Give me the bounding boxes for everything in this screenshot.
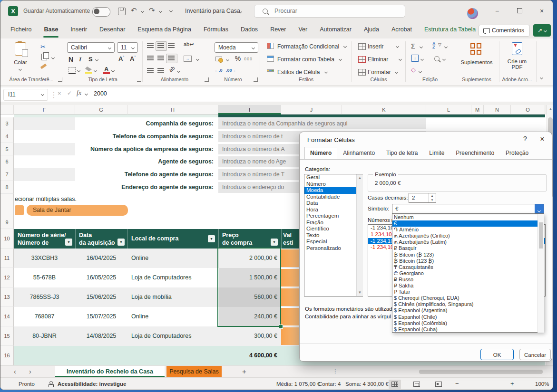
search-box[interactable] [254,5,405,18]
status-average[interactable]: Média: 1 075,00 € [276,381,320,387]
col-header-G[interactable]: G [75,105,127,115]
comma-style-button[interactable]: 000 [244,57,253,61]
number-dialog-launcher-icon[interactable] [254,77,258,82]
symbol-option[interactable]: ₼ Azerbaijanês (Cirílico) [392,233,544,239]
font-size-combo[interactable]: 11 [117,42,138,53]
category-item[interactable]: Personalizado [304,245,362,252]
status-count[interactable]: Contar: 4 [318,381,341,387]
category-item[interactable]: Percentagem [304,213,362,220]
normal-view-button[interactable] [389,380,401,389]
dropdown-scrollbar[interactable] [537,214,544,333]
name-box[interactable]: I11 [3,89,48,101]
ribbon-tab[interactable]: Base [38,22,64,38]
col-header-K[interactable]: K [342,105,426,115]
symbol-option[interactable]: ₽ Basquir [392,245,544,251]
excel-app-icon[interactable]: X [8,6,18,16]
category-item[interactable]: Fração [304,220,362,226]
dropdown-scroll-thumb[interactable] [539,222,543,249]
paste-button[interactable]: Colar [11,59,30,65]
sheet-tab-rooms[interactable]: Pesquisa de Salas [166,366,222,377]
collapse-ribbon-chevron-icon[interactable] [540,76,543,79]
underline-chevron-icon[interactable] [95,58,98,61]
cell-styles-button[interactable]: Estilos de Célula [277,69,320,76]
font-color-chevron-icon[interactable] [111,69,115,72]
symbol-option[interactable]: ₼ Azerbaijanês (Latim) [392,239,544,245]
zoom-out-button[interactable]: − [455,380,459,387]
col-header-O[interactable]: O [511,105,545,115]
autosum-chevron-icon[interactable] [420,45,423,48]
serial-cell[interactable]: 768087 [14,307,75,326]
maximize-button[interactable] [512,4,527,18]
user-avatar[interactable] [467,8,478,19]
serial-cell[interactable]: 7865SS-J3 [14,287,75,307]
symbol-dropdown-button[interactable] [535,204,544,213]
save-icon[interactable] [118,8,126,15]
row-header-9[interactable]: 9 [0,194,14,229]
bold-button[interactable]: N [68,56,73,63]
symbol-option[interactable]: ₿ Bitcoin (₿ 123) [392,252,544,258]
symbol-option[interactable]: $ Espanhol (Cuba) [392,326,544,333]
paste-chevron-icon[interactable] [19,67,22,71]
conditional-formatting-chevron-icon[interactable] [343,45,347,48]
category-item[interactable]: Data [304,200,362,207]
wrap-text-icon[interactable]: ab↩ [184,41,194,48]
horizontal-scroll-thumb[interactable] [419,370,543,374]
row-header-14[interactable]: 14 [0,307,14,326]
col-header-J[interactable]: J [281,105,342,115]
cell-styles-chevron-icon[interactable] [324,70,328,74]
format-painter-icon[interactable] [40,64,47,69]
filter-button-date[interactable]: ▼ [117,239,125,246]
create-pdf-button[interactable]: Crie um PDF [503,58,531,70]
minimize-button[interactable]: − [489,4,505,18]
scroll-up-icon[interactable]: ▲ [357,176,363,180]
symbol-option[interactable]: ₸ Cazaquistanês [392,264,544,270]
increase-font-button[interactable]: Aˆ [118,55,124,62]
dialog-close-icon[interactable]: × [537,135,548,143]
orientation-icon[interactable]: ab [168,65,176,73]
category-item[interactable]: Número [304,181,362,188]
selection-border[interactable] [217,248,281,327]
copy-chevron-icon[interactable] [51,56,55,59]
symbol-option[interactable]: $ Espanhol (Colômbia) [392,320,544,326]
select-all-corner[interactable] [0,105,14,115]
accessibility-status[interactable]: Acessibilidade: investigue [58,381,126,387]
dialog-tab[interactable]: Proteção [500,147,534,159]
close-button[interactable]: × [534,4,549,18]
zoom-in-button[interactable]: + [510,380,514,387]
row-header-3[interactable]: 3 [0,117,14,130]
serial-cell[interactable]: 33XCBH3 [14,249,75,268]
clipboard-dialog-launcher-icon[interactable] [58,77,62,82]
date-cell[interactable]: 14/08/2025 [75,326,127,346]
italic-button[interactable]: I [79,56,81,63]
col-header-H[interactable]: H [127,105,218,115]
row-header-16[interactable]: 16 [0,346,14,365]
fill-handle[interactable] [279,325,283,329]
sheet-tab-inventory[interactable]: Inventário do Recheio da Casa [55,366,165,377]
row-header-13[interactable]: 13 [0,287,14,307]
category-scrollbar[interactable]: ▲ ▼ [356,174,363,296]
symbol-option[interactable]: ₾ Georgiano [392,270,544,277]
fill-chevron-icon[interactable] [94,69,97,72]
category-item[interactable]: Geral [304,174,362,181]
decimals-spinner[interactable]: 2 ▲▼ [409,193,436,203]
row-header-8[interactable]: 8 [0,181,14,194]
sort-filter-icon[interactable]: AZ [432,42,436,49]
addins-grid-icon[interactable] [470,43,482,55]
row-header-11[interactable]: 11 [0,249,14,268]
filter-button-serial[interactable]: ▼ [65,239,72,246]
total-cell[interactable]: 4 600,00 € [218,346,277,365]
merge-chevron-icon[interactable] [196,57,199,61]
accounting-chevron-icon[interactable] [226,58,229,61]
ribbon-tab[interactable]: Esquema da Página [131,22,197,38]
filter-button-price[interactable]: ▼ [271,239,278,246]
date-cell[interactable]: 16/04/2025 [75,249,127,268]
symbol-option[interactable]: Nenhum [392,214,544,220]
row-header-12[interactable]: 12 [0,268,14,287]
alignment-dialog-launcher-icon[interactable] [205,77,209,82]
row-header-5[interactable]: 5 [0,143,14,155]
room-chip-square[interactable] [15,205,24,215]
ribbon-tab[interactable]: Dados [235,22,264,38]
row-header-7[interactable]: 7 [0,168,14,181]
comments-button[interactable]: Comentários [479,25,530,37]
redo-chevron-icon[interactable] [159,10,162,13]
